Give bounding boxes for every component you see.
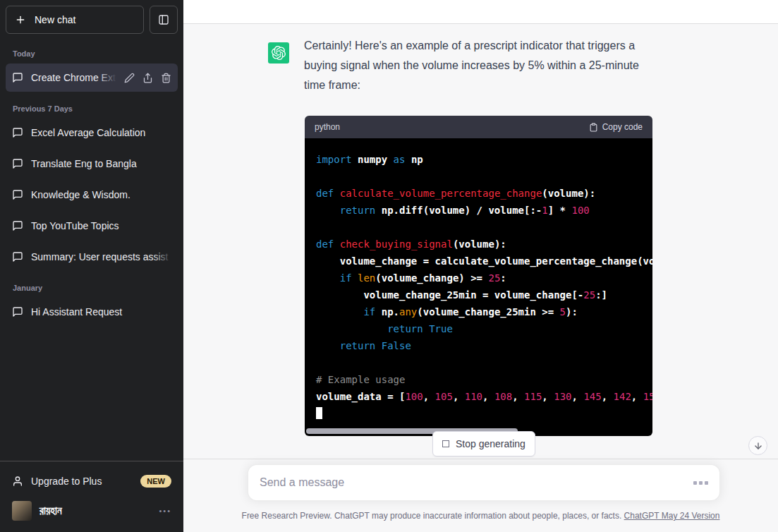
sidebar-item-translate-bangla[interactable]: Translate Eng to Bangla: [6, 150, 178, 178]
conversation-title: Create Chrome Exte: [31, 72, 116, 83]
person-icon: [12, 476, 23, 487]
sidebar-toggle-icon: [158, 14, 169, 25]
chat-bubble-icon: [12, 220, 23, 231]
sidebar-item-create-chrome-ext[interactable]: Create Chrome Exte: [6, 64, 178, 92]
conversation-title: Translate Eng to Bangla: [31, 158, 171, 169]
assistant-message-text: Certainly! Here's an example of a prescr…: [304, 36, 703, 95]
openai-logo-icon: [272, 46, 286, 60]
code-block: python Copy code import numpy as np def …: [305, 116, 652, 436]
footer-disclaimer: Free Research Preview. ChatGPT may produ…: [183, 511, 778, 521]
sidebar-item-knowledge-wisdom[interactable]: Knowledge & Wisdom.: [6, 181, 178, 209]
stop-generating-button[interactable]: Stop generating: [432, 431, 535, 457]
code-language-label: python: [315, 122, 340, 132]
plus-icon: [15, 14, 26, 25]
clipboard-icon: [589, 123, 598, 132]
sidebar-item-excel-average[interactable]: Excel Average Calculation: [6, 119, 178, 147]
code-block-header: python Copy code: [305, 116, 652, 138]
conversation-title: Excel Average Calculation: [31, 127, 171, 138]
new-badge: NEW: [140, 475, 171, 488]
message-composer: [248, 464, 720, 501]
version-link[interactable]: ChatGPT May 24 Version: [624, 511, 720, 521]
conversation-title: Hi Assistant Request: [31, 306, 171, 318]
chatgpt-avatar: [268, 42, 289, 64]
chat-bubble-icon: [12, 189, 23, 200]
chat-bubble-icon: [12, 158, 23, 169]
edit-icon[interactable]: [124, 73, 135, 83]
sidebar-item-hi-assistant-request[interactable]: Hi Assistant Request: [6, 298, 178, 326]
chat-bubble-icon: [12, 251, 23, 262]
sidebar-footer: Upgrade to Plus NEW রায়হান •••: [0, 461, 183, 532]
copy-code-button[interactable]: Copy code: [589, 122, 643, 132]
section-label-january: January: [6, 274, 178, 298]
code-content: import numpy as np def calculate_volume_…: [305, 138, 652, 436]
upgrade-label: Upgrade to Plus: [31, 476, 133, 487]
trash-icon[interactable]: [161, 73, 171, 83]
chat-bubble-icon: [12, 72, 23, 83]
copy-code-label: Copy code: [602, 122, 643, 132]
previous-message-row: [183, 0, 778, 23]
sidebar-item-top-youtube-topics[interactable]: Top YouTube Topics: [6, 212, 178, 240]
stop-icon: [442, 440, 449, 447]
sidebar: New chat Today Create Chrome Exte Previo…: [0, 0, 183, 532]
chat-main: Certainly! Here's an example of a prescr…: [183, 0, 778, 532]
share-icon[interactable]: [142, 73, 153, 83]
profile-menu-button[interactable]: রায়হান •••: [6, 497, 178, 525]
scroll-to-bottom-button[interactable]: [748, 436, 767, 455]
chat-bubble-icon: [12, 127, 23, 138]
chat-bubble-icon: [12, 306, 23, 318]
section-label-today: Today: [6, 40, 178, 64]
assistant-message-row: Certainly! Here's an example of a prescr…: [183, 23, 778, 459]
user-avatar: [12, 501, 32, 521]
upgrade-to-plus-button[interactable]: Upgrade to Plus NEW: [6, 467, 178, 495]
sidebar-item-summary-user-requests[interactable]: Summary: User requests assist: [6, 243, 178, 271]
new-chat-label: New chat: [35, 14, 75, 25]
ellipsis-icon[interactable]: •••: [159, 507, 171, 515]
message-input[interactable]: [260, 476, 688, 489]
conversation-title: Knowledge & Wisdom.: [31, 189, 171, 200]
collapse-sidebar-button[interactable]: [150, 6, 178, 34]
generating-indicator-icon: [693, 481, 708, 485]
section-label-previous-7-days: Previous 7 Days: [6, 95, 178, 119]
arrow-down-icon: [753, 441, 763, 451]
sidebar-header: New chat: [0, 0, 183, 40]
disclaimer-text: Free Research Preview. ChatGPT may produ…: [242, 511, 624, 521]
stop-generating-label: Stop generating: [456, 438, 525, 449]
conversation-list: Today Create Chrome Exte Previous 7 Days…: [0, 40, 183, 461]
profile-name: রায়হান: [39, 504, 151, 517]
conversation-title: Top YouTube Topics: [31, 220, 171, 231]
conversation-title: Summary: User requests assist: [31, 251, 171, 262]
new-chat-button[interactable]: New chat: [6, 6, 144, 34]
